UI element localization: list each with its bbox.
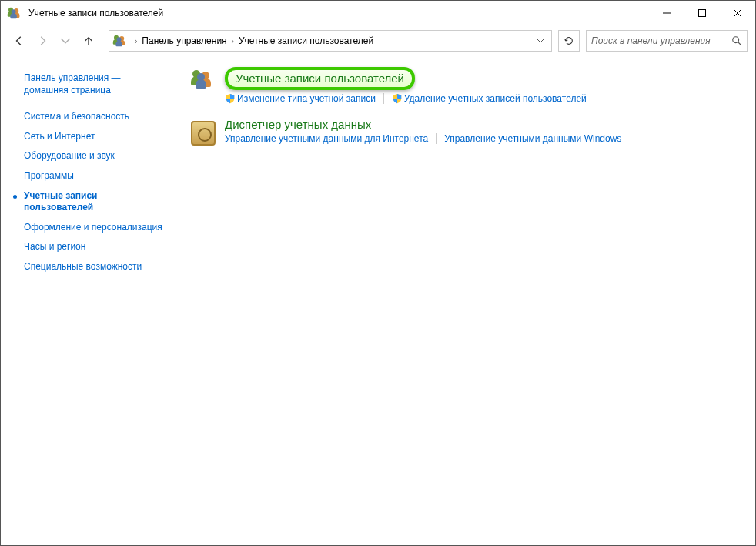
highlight-annotation: Учетные записи пользователей	[225, 67, 415, 90]
link-label: Удаление учетных записей пользователей	[404, 93, 587, 104]
main-panel: Учетные записи пользователей Изменение т…	[174, 56, 755, 545]
window-title: Учетные записи пользователей	[28, 8, 649, 18]
chevron-right-icon[interactable]: ›	[132, 37, 139, 45]
link-change-account-type[interactable]: Изменение типа учетной записи	[225, 93, 376, 104]
separator	[383, 93, 384, 104]
sidebar-item-hardware-sound[interactable]: Оборудование и звук	[24, 148, 166, 165]
users-icon	[189, 70, 217, 98]
content: Панель управления — домашняя страница Си…	[1, 56, 755, 545]
link-windows-credentials[interactable]: Управление учетными данными Windows	[444, 133, 621, 144]
chevron-right-icon[interactable]: ›	[229, 37, 236, 45]
sidebar-home[interactable]: Панель управления — домашняя страница	[24, 70, 166, 106]
maximize-button[interactable]	[684, 1, 720, 25]
section-credential-manager: Диспетчер учетных данных Управление учет…	[189, 118, 740, 149]
sidebar-item-programs[interactable]: Программы	[24, 168, 166, 185]
up-button[interactable]	[78, 30, 99, 52]
navbar: › Панель управления › Учетные записи пол…	[1, 25, 755, 56]
shield-icon	[392, 93, 403, 104]
users-icon	[8, 6, 22, 20]
separator	[436, 133, 437, 144]
link-web-credentials[interactable]: Управление учетными данными для Интернет…	[225, 133, 428, 144]
link-label: Изменение типа учетной записи	[237, 93, 376, 104]
sidebar-item-accessibility[interactable]: Специальные возможности	[24, 259, 166, 276]
breadcrumb-user-accounts[interactable]: Учетные записи пользователей	[236, 35, 376, 46]
shield-icon	[225, 93, 236, 104]
back-button[interactable]	[8, 30, 30, 52]
users-icon	[114, 34, 128, 48]
svg-line-5	[738, 42, 741, 45]
link-user-accounts-heading[interactable]: Учетные записи пользователей	[236, 72, 404, 85]
search-input[interactable]	[591, 35, 731, 46]
breadcrumb-control-panel[interactable]: Панель управления	[139, 35, 229, 46]
recent-dropdown-icon[interactable]	[55, 30, 76, 52]
sidebar-item-user-accounts[interactable]: Учетные записи пользователей	[24, 188, 166, 216]
sidebar-item-clock-region[interactable]: Часы и регион	[24, 239, 166, 256]
svg-rect-1	[699, 10, 706, 17]
addressbar[interactable]: › Панель управления › Учетные записи пол…	[109, 30, 552, 52]
link-credential-manager-heading[interactable]: Диспетчер учетных данных	[225, 118, 371, 131]
sidebar-item-appearance[interactable]: Оформление и персонализация	[24, 219, 166, 236]
refresh-button[interactable]	[558, 30, 580, 52]
minimize-button[interactable]	[649, 1, 684, 25]
forward-button[interactable]	[32, 30, 53, 52]
safe-icon	[189, 121, 217, 149]
address-dropdown-icon[interactable]	[533, 31, 548, 51]
svg-point-4	[733, 37, 739, 43]
search-box[interactable]	[586, 30, 748, 52]
titlebar: Учетные записи пользователей	[1, 1, 755, 25]
sidebar-item-system-security[interactable]: Система и безопасность	[24, 109, 166, 126]
sidebar-item-network[interactable]: Сеть и Интернет	[24, 129, 166, 146]
link-remove-user-accounts[interactable]: Удаление учетных записей пользователей	[392, 93, 587, 104]
close-button[interactable]	[720, 1, 755, 25]
window-controls	[649, 1, 755, 25]
window: Учетные записи пользователей	[0, 0, 756, 546]
section-user-accounts: Учетные записи пользователей Изменение т…	[189, 67, 740, 104]
search-icon[interactable]	[731, 35, 742, 46]
sidebar: Панель управления — домашняя страница Си…	[1, 56, 174, 545]
